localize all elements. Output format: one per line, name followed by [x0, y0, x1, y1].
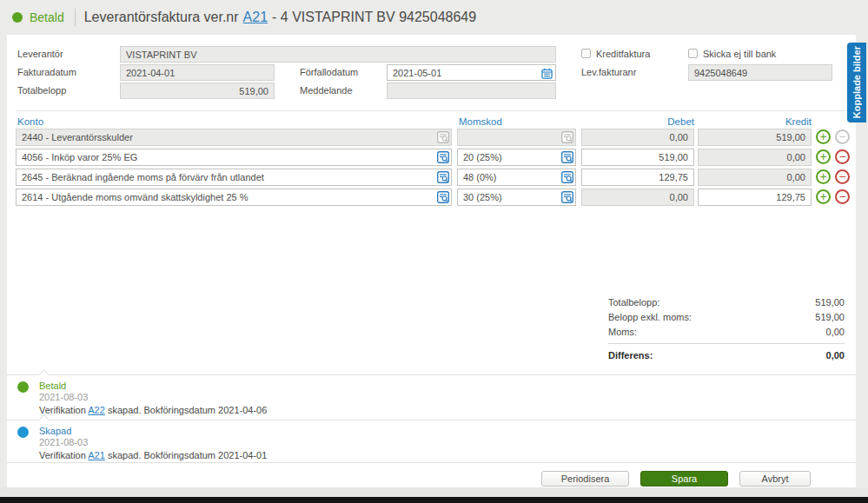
konto-field	[16, 149, 452, 166]
skicka-ej-till-bank-checkbox[interactable]	[688, 49, 698, 58]
debet-input[interactable]	[581, 169, 694, 186]
totalbelopp-input	[120, 83, 275, 99]
timeline-status: Betald	[39, 381, 66, 391]
table-row: + −	[7, 129, 856, 146]
kredit-input[interactable]	[698, 189, 812, 206]
footer-actions: Periodisera Spara Avbryt	[7, 462, 856, 487]
status-dot-green	[12, 12, 23, 23]
kreditfaktura-label: Kreditfaktura	[596, 49, 650, 59]
title-prefix: Leverantörsfaktura ver.nr	[84, 10, 239, 25]
table-row: + −	[7, 149, 856, 166]
kreditfaktura-checkbox[interactable]	[581, 49, 591, 58]
debet-input	[581, 189, 694, 206]
verification-text-before: Verifikation	[39, 405, 86, 415]
kopplade-bilder-tab[interactable]: Kopplade bilder	[847, 43, 866, 122]
kredit-field	[698, 129, 812, 146]
form-divider	[16, 110, 847, 111]
periodisera-button[interactable]: Periodisera	[541, 471, 629, 486]
bottom-black-bar	[0, 497, 868, 503]
col-header-konto: Konto	[17, 116, 43, 127]
title-suffix: - 4 VISTAPRINT BV 9425048649	[272, 10, 476, 25]
verification-link-a21-title[interactable]: A21	[243, 10, 268, 25]
kopplade-bilder-label: Kopplade bilder	[851, 46, 862, 118]
lookup-icon[interactable]	[437, 151, 449, 163]
timeline-verification-text: Verifikation A22 skapad. Bokföringsdatum…	[39, 405, 267, 415]
lookup-icon[interactable]	[561, 171, 573, 183]
kredit-input	[698, 129, 812, 146]
momskod-field	[457, 129, 576, 146]
add-row-button[interactable]: +	[816, 129, 831, 144]
konto-input[interactable]	[16, 189, 452, 206]
add-row-button[interactable]: +	[816, 149, 831, 164]
totalbelopp-label: Totalbelopp	[17, 83, 66, 99]
lookup-icon	[561, 131, 573, 143]
kredit-field	[698, 149, 812, 166]
kredit-field	[698, 169, 812, 186]
kredit-input	[698, 149, 812, 166]
remove-row-button: −	[835, 129, 850, 144]
momskod-input[interactable]	[457, 189, 576, 206]
levfakturanr-input	[688, 64, 832, 81]
lookup-icon[interactable]	[437, 171, 449, 183]
debet-field	[581, 129, 694, 146]
col-header-debet: Debet	[581, 116, 694, 127]
table-row: + −	[7, 189, 856, 206]
spara-button[interactable]: Spara	[640, 471, 728, 486]
verification-link-a22[interactable]: A22	[88, 405, 105, 415]
momskod-input[interactable]	[457, 149, 576, 166]
remove-row-button[interactable]: −	[835, 189, 850, 204]
status-label: Betald	[30, 10, 64, 24]
forfallodatum-field	[387, 64, 556, 81]
remove-row-button[interactable]: −	[835, 169, 850, 184]
remove-row-button[interactable]: −	[835, 149, 850, 164]
avbryt-button[interactable]: Avbryt	[739, 471, 811, 486]
konto-input[interactable]	[16, 169, 452, 186]
lookup-icon[interactable]	[561, 191, 573, 203]
kredit-field	[698, 189, 812, 206]
levfakturanr-label: Lev.fakturanr	[581, 64, 636, 81]
meddelande-label: Meddelande	[300, 83, 353, 99]
timeline-dot-green	[17, 381, 29, 393]
lookup-icon[interactable]	[437, 191, 449, 203]
table-row: + −	[7, 169, 856, 186]
timeline-verification-text: Verifikation A21 skapad. Bokföringsdatum…	[39, 450, 267, 460]
debet-input	[581, 129, 694, 146]
totalbelopp-sum-value: 519,00	[815, 295, 845, 310]
header-divider	[75, 9, 76, 26]
momskod-field	[457, 189, 576, 206]
skicka-ej-till-bank-label: Skicka ej till bank	[703, 49, 776, 59]
konto-field	[16, 189, 452, 206]
momskod-input[interactable]	[457, 169, 576, 186]
debet-field	[581, 169, 694, 186]
lookup-icon[interactable]	[561, 151, 573, 163]
add-row-button[interactable]: +	[816, 189, 831, 204]
invoice-panel: Leverantör Fakturadatum Totalbelopp Förf…	[7, 35, 856, 487]
page-title: Leverantörsfaktura ver.nr A21 - 4 VISTAP…	[84, 10, 476, 25]
timeline-status: Skapad	[39, 426, 71, 436]
meddelande-input	[387, 83, 556, 99]
debet-input[interactable]	[581, 149, 694, 166]
lookup-icon	[437, 131, 449, 143]
konto-field	[16, 129, 452, 146]
add-row-button[interactable]: +	[816, 169, 831, 184]
debet-field	[581, 149, 694, 166]
momskod-field	[457, 149, 576, 166]
verification-text-after: skapad. Bokföringsdatum 2021-04-06	[108, 405, 267, 415]
totals-summary: Totalbelopp:519,00 Belopp exkl. moms:519…	[608, 295, 845, 363]
calendar-icon[interactable]	[541, 67, 553, 83]
differens-label: Differens:	[608, 348, 653, 363]
forfallodatum-input[interactable]	[387, 64, 556, 81]
fakturadatum-input	[120, 64, 275, 81]
leverantor-label: Leverantör	[17, 46, 63, 63]
momskod-field	[457, 169, 576, 186]
timeline-entry-betald: Betald 2021-08-03 Verifikation A22 skapa…	[7, 374, 856, 420]
verification-link-a21[interactable]: A21	[88, 450, 105, 460]
verification-text-before: Verifikation	[39, 450, 86, 460]
belopp-exkl-moms-label: Belopp exkl. moms:	[608, 310, 692, 325]
col-header-kredit: Kredit	[698, 116, 812, 127]
timeline-dot-blue	[17, 427, 29, 438]
totalbelopp-sum-label: Totalbelopp:	[608, 295, 659, 310]
timeline-date: 2021-08-03	[39, 437, 88, 447]
konto-input[interactable]	[16, 149, 452, 166]
header-bar: Betald Leverantörsfaktura ver.nr A21 - 4…	[0, 0, 868, 35]
